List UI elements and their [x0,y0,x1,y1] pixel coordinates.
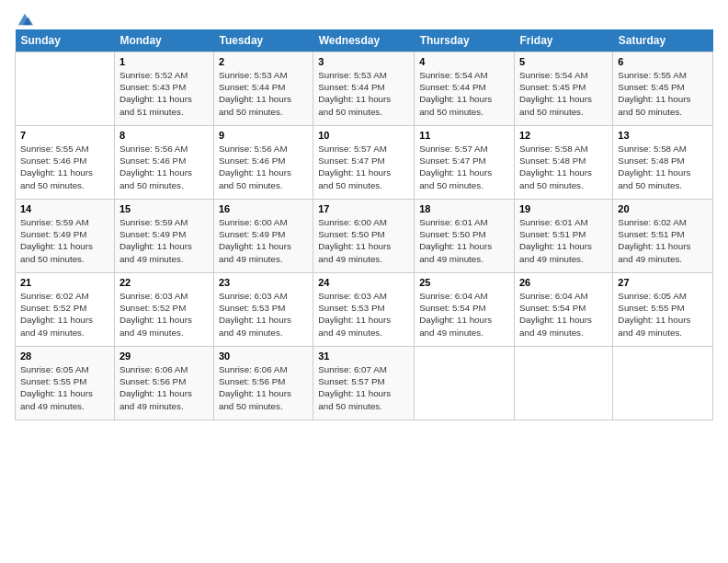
calendar-cell: 23Sunrise: 6:03 AM Sunset: 5:53 PM Dayli… [213,273,313,347]
day-number: 4 [419,56,509,67]
calendar-cell: 6Sunrise: 5:55 AM Sunset: 5:45 PM Daylig… [613,52,713,126]
day-info: Sunrise: 5:56 AM Sunset: 5:46 PM Dayligh… [219,143,308,191]
calendar-cell: 13Sunrise: 5:58 AM Sunset: 5:48 PM Dayli… [613,126,713,200]
calendar-cell: 8Sunrise: 5:56 AM Sunset: 5:46 PM Daylig… [114,126,213,200]
day-number: 2 [219,56,308,67]
day-number: 22 [119,277,209,288]
logo-icon [17,11,33,28]
day-number: 12 [519,130,608,141]
day-info: Sunrise: 6:02 AM Sunset: 5:52 PM Dayligh… [20,290,109,339]
day-info: Sunrise: 6:03 AM Sunset: 5:52 PM Dayligh… [119,290,209,339]
day-info: Sunrise: 5:59 AM Sunset: 5:49 PM Dayligh… [20,216,109,265]
day-number: 9 [219,130,308,141]
calendar-cell: 4Sunrise: 5:54 AM Sunset: 5:44 PM Daylig… [415,52,515,126]
day-info: Sunrise: 6:02 AM Sunset: 5:51 PM Dayligh… [618,216,708,265]
calendar-cell [515,347,613,420]
calendar-cell: 9Sunrise: 5:56 AM Sunset: 5:46 PM Daylig… [213,126,313,200]
day-number: 17 [318,203,409,214]
day-info: Sunrise: 6:04 AM Sunset: 5:54 PM Dayligh… [519,290,608,339]
day-number: 7 [20,130,109,141]
day-number: 20 [618,203,708,214]
day-number: 29 [119,350,209,362]
week-row-2: 7Sunrise: 5:55 AM Sunset: 5:46 PM Daylig… [16,126,713,200]
calendar-cell: 26Sunrise: 6:04 AM Sunset: 5:54 PM Dayli… [515,273,613,347]
calendar-cell: 30Sunrise: 6:06 AM Sunset: 5:56 PM Dayli… [213,347,313,420]
logo [15,11,33,24]
day-number: 13 [618,130,708,141]
day-info: Sunrise: 6:06 AM Sunset: 5:56 PM Dayligh… [119,363,209,412]
day-info: Sunrise: 5:57 AM Sunset: 5:47 PM Dayligh… [318,143,409,191]
weekday-header-tuesday: Tuesday [213,29,313,52]
weekday-header-saturday: Saturday [613,29,713,52]
day-number: 1 [119,56,209,67]
calendar-cell: 24Sunrise: 6:03 AM Sunset: 5:53 PM Dayli… [313,273,415,347]
day-number: 25 [419,277,509,288]
day-info: Sunrise: 6:01 AM Sunset: 5:51 PM Dayligh… [519,216,608,265]
calendar-cell: 15Sunrise: 5:59 AM Sunset: 5:49 PM Dayli… [114,200,213,273]
calendar-cell: 10Sunrise: 5:57 AM Sunset: 5:47 PM Dayli… [313,126,415,200]
calendar-cell: 28Sunrise: 6:05 AM Sunset: 5:55 PM Dayli… [16,347,115,420]
day-info: Sunrise: 5:53 AM Sunset: 5:44 PM Dayligh… [318,69,409,118]
day-number: 5 [519,56,608,67]
week-row-5: 28Sunrise: 6:05 AM Sunset: 5:55 PM Dayli… [16,347,713,420]
day-number: 24 [318,277,409,288]
calendar-cell: 1Sunrise: 5:52 AM Sunset: 5:43 PM Daylig… [114,52,213,126]
calendar-cell: 20Sunrise: 6:02 AM Sunset: 5:51 PM Dayli… [613,200,713,273]
day-info: Sunrise: 5:55 AM Sunset: 5:46 PM Dayligh… [20,143,109,191]
day-number: 11 [419,130,509,141]
day-info: Sunrise: 5:55 AM Sunset: 5:45 PM Dayligh… [618,69,708,118]
day-number: 15 [119,203,209,214]
day-info: Sunrise: 5:59 AM Sunset: 5:49 PM Dayligh… [119,216,209,265]
calendar-cell: 5Sunrise: 5:54 AM Sunset: 5:45 PM Daylig… [515,52,613,126]
calendar-cell [415,347,515,420]
calendar-cell: 14Sunrise: 5:59 AM Sunset: 5:49 PM Dayli… [16,200,115,273]
day-number: 8 [119,130,209,141]
day-number: 19 [519,203,608,214]
calendar-cell: 7Sunrise: 5:55 AM Sunset: 5:46 PM Daylig… [16,126,115,200]
calendar-cell: 3Sunrise: 5:53 AM Sunset: 5:44 PM Daylig… [313,52,415,126]
day-number: 18 [419,203,509,214]
calendar-cell: 17Sunrise: 6:00 AM Sunset: 5:50 PM Dayli… [313,200,415,273]
weekday-header-row: SundayMondayTuesdayWednesdayThursdayFrid… [16,29,713,52]
calendar-cell: 25Sunrise: 6:04 AM Sunset: 5:54 PM Dayli… [415,273,515,347]
calendar-cell: 21Sunrise: 6:02 AM Sunset: 5:52 PM Dayli… [16,273,115,347]
calendar-cell: 31Sunrise: 6:07 AM Sunset: 5:57 PM Dayli… [313,347,415,420]
day-info: Sunrise: 5:58 AM Sunset: 5:48 PM Dayligh… [618,143,708,191]
day-number: 28 [20,350,109,362]
day-number: 31 [318,350,409,362]
weekday-header-thursday: Thursday [415,29,515,52]
calendar-cell: 18Sunrise: 6:01 AM Sunset: 5:50 PM Dayli… [415,200,515,273]
day-number: 30 [219,350,308,362]
week-row-4: 21Sunrise: 6:02 AM Sunset: 5:52 PM Dayli… [16,273,713,347]
day-number: 23 [219,277,308,288]
day-info: Sunrise: 5:54 AM Sunset: 5:44 PM Dayligh… [419,69,509,118]
weekday-header-sunday: Sunday [16,29,115,52]
calendar-cell: 19Sunrise: 6:01 AM Sunset: 5:51 PM Dayli… [515,200,613,273]
week-row-1: 1Sunrise: 5:52 AM Sunset: 5:43 PM Daylig… [16,52,713,126]
day-number: 21 [20,277,109,288]
calendar-cell: 11Sunrise: 5:57 AM Sunset: 5:47 PM Dayli… [415,126,515,200]
day-info: Sunrise: 6:04 AM Sunset: 5:54 PM Dayligh… [419,290,509,339]
day-info: Sunrise: 5:56 AM Sunset: 5:46 PM Dayligh… [119,143,209,191]
day-info: Sunrise: 5:53 AM Sunset: 5:44 PM Dayligh… [219,69,308,118]
weekday-header-wednesday: Wednesday [313,29,415,52]
day-number: 3 [318,56,409,67]
calendar-cell [16,52,115,126]
day-number: 10 [318,130,409,141]
day-number: 27 [618,277,708,288]
header-row [15,11,713,24]
day-info: Sunrise: 6:03 AM Sunset: 5:53 PM Dayligh… [318,290,409,339]
calendar-cell: 12Sunrise: 5:58 AM Sunset: 5:48 PM Dayli… [515,126,613,200]
day-info: Sunrise: 6:01 AM Sunset: 5:50 PM Dayligh… [419,216,509,265]
week-row-3: 14Sunrise: 5:59 AM Sunset: 5:49 PM Dayli… [16,200,713,273]
day-number: 6 [618,56,708,67]
day-number: 14 [20,203,109,214]
calendar-cell: 29Sunrise: 6:06 AM Sunset: 5:56 PM Dayli… [114,347,213,420]
day-info: Sunrise: 6:00 AM Sunset: 5:49 PM Dayligh… [219,216,308,265]
weekday-header-friday: Friday [515,29,613,52]
day-info: Sunrise: 5:58 AM Sunset: 5:48 PM Dayligh… [519,143,608,191]
day-info: Sunrise: 5:57 AM Sunset: 5:47 PM Dayligh… [419,143,509,191]
calendar-cell: 27Sunrise: 6:05 AM Sunset: 5:55 PM Dayli… [613,273,713,347]
calendar-cell: 22Sunrise: 6:03 AM Sunset: 5:52 PM Dayli… [114,273,213,347]
day-info: Sunrise: 6:03 AM Sunset: 5:53 PM Dayligh… [219,290,308,339]
